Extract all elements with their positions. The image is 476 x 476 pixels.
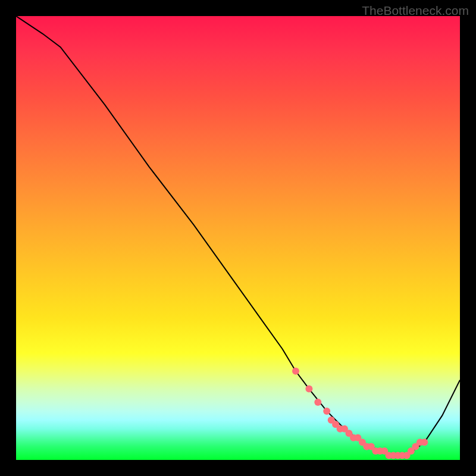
curve-marker <box>314 399 321 406</box>
attribution-text: TheBottleneck.com <box>362 4 469 18</box>
curve-marker <box>323 408 330 415</box>
curve-marker <box>292 368 299 375</box>
curve-markers <box>292 368 428 459</box>
chart-svg <box>16 16 460 460</box>
chart-plot-area <box>16 16 460 460</box>
curve-marker <box>305 386 312 393</box>
curve-marker <box>421 439 428 446</box>
bottleneck-curve <box>16 16 460 456</box>
